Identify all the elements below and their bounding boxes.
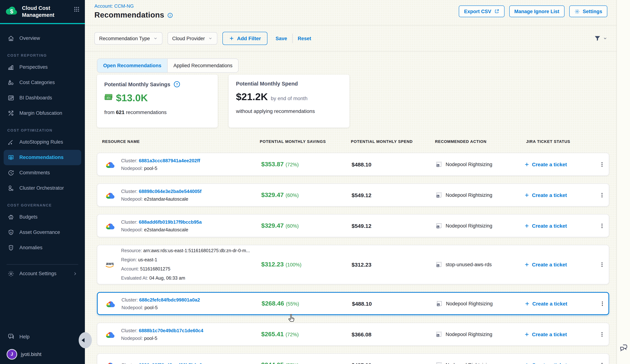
svg-text:$: $ xyxy=(108,97,109,99)
kebab-menu-icon[interactable] xyxy=(599,192,605,198)
page-header-left: Account: CCM-NG Recommendations xyxy=(94,0,173,25)
support-chat-icon[interactable] xyxy=(619,343,628,352)
recommended-action-cell: Nodepool Rightsizing xyxy=(436,362,492,364)
table-row[interactable]: awsResource: arn:aws:rds:us-east-1:51161… xyxy=(97,245,609,284)
svg-text:?: ? xyxy=(10,335,11,337)
table-row[interactable]: Cluster: 6881a3ccc887941a4ee202ffNodepoo… xyxy=(97,153,609,176)
tab-applied-recommendations[interactable]: Applied Recommendations xyxy=(168,59,238,72)
app-grid-icon[interactable] xyxy=(74,6,80,12)
table-row[interactable]: Cluster: 68898c064e3e2ba0e544005fNodepoo… xyxy=(97,183,609,206)
table-row[interactable]: Cluster: 688add6fb019b17f9bccb95aNodepoo… xyxy=(97,214,609,237)
rightsizing-action-icon xyxy=(436,261,442,268)
plus-icon xyxy=(524,162,530,167)
kebab-menu-icon[interactable] xyxy=(599,362,605,364)
sidebar-section-cost-optimization: COST OPTIMIZATION xyxy=(7,128,81,132)
resource-link[interactable]: 6886e92f59a48cad86b5b1c6 xyxy=(139,362,202,364)
funnel-icon xyxy=(594,35,601,42)
clock-icon xyxy=(7,169,15,176)
resource-line-label: Nodepool: xyxy=(121,196,144,201)
kebab-menu-icon[interactable] xyxy=(599,262,605,267)
sidebar-item-cost-categories[interactable]: Cost Categories xyxy=(4,75,81,90)
sidebar-item-help[interactable]: ? Help xyxy=(4,329,81,344)
potential-monthly-spend-cell: $549.12 xyxy=(352,192,371,198)
reset-filter-link[interactable]: Reset xyxy=(298,36,311,41)
sidebar: $ Cloud Cost Management OverviewCOST REP… xyxy=(0,0,85,364)
kebab-menu-icon[interactable] xyxy=(599,223,605,228)
export-csv-button[interactable]: Export CSV xyxy=(459,5,504,17)
svg-text:$: $ xyxy=(10,216,12,218)
question-circle-icon[interactable]: ? xyxy=(174,81,180,88)
cloud-provider-dropdown[interactable]: Cloud Provider xyxy=(168,32,217,45)
avatar[interactable]: J xyxy=(7,350,16,359)
info-icon[interactable] xyxy=(167,12,173,18)
kebab-menu-icon[interactable] xyxy=(599,332,605,337)
potential-spend-card: Potential Monthly Spend $21.2K by end of… xyxy=(229,75,350,128)
user-row[interactable]: J jyoti.bisht xyxy=(4,349,81,360)
gcp-logo-icon xyxy=(105,221,116,230)
create-ticket-button[interactable]: Create a ticket xyxy=(524,362,567,364)
save-filter-link[interactable]: Save xyxy=(276,36,287,41)
sidebar-item-commitments[interactable]: Commitments xyxy=(4,165,81,180)
sidebar-item-recommendations[interactable]: Recommendations xyxy=(4,150,81,165)
potential-monthly-savings-cell: $312.23(100%) xyxy=(261,261,302,268)
create-ticket-button[interactable]: Create a ticket xyxy=(525,301,567,306)
filter-panel-toggle[interactable] xyxy=(594,35,607,42)
recommendation-type-dropdown[interactable]: Recommendation Type xyxy=(94,32,162,45)
sidebar-item-bi-dashboards[interactable]: BI Dashboards xyxy=(4,90,81,105)
sidebar-item-perspectives[interactable]: Perspectives xyxy=(4,59,81,75)
resource-link[interactable]: 688add6fb019b17f9bccb95a xyxy=(139,219,202,225)
resource-line: Region: us-east-1 xyxy=(121,255,250,265)
resource-link[interactable]: 6881a3ccc887941a4ee202ff xyxy=(139,158,200,163)
filter-bar: Recommendation Type Cloud Provider Add F… xyxy=(85,25,617,51)
sidebar-item-asset-governance[interactable]: $Asset Governance xyxy=(4,225,81,240)
page-title: Recommendations xyxy=(94,10,164,19)
resource-line-label: Cluster: xyxy=(121,188,139,194)
resource-link[interactable]: 6888b1c70e49db17c1de60c4 xyxy=(139,328,204,333)
sidebar-item-account-settings[interactable]: Account Settings xyxy=(4,266,81,281)
settings-button[interactable]: Settings xyxy=(569,5,607,17)
sidebar-item-cluster-orchestrator[interactable]: Cluster Orchestrator xyxy=(4,180,81,196)
kebab-menu-icon[interactable] xyxy=(599,162,605,167)
sidebar-section-cost-governance: COST GOVERNANCE xyxy=(7,203,81,207)
resource-value: e2standar4autoscale xyxy=(144,227,188,232)
plus-icon xyxy=(524,223,530,228)
sidebar-item-overview[interactable]: Overview xyxy=(4,30,81,46)
spend-qualifier: by end of month xyxy=(271,95,308,101)
dashboard-icon xyxy=(7,94,15,101)
sidebar-item-margin-obfuscation[interactable]: Margin Obfuscation xyxy=(4,105,81,121)
sidebar-item-label: Anomalies xyxy=(20,245,42,250)
create-ticket-button[interactable]: Create a ticket xyxy=(524,331,567,337)
gcp-logo-icon xyxy=(105,160,116,169)
recommended-action-cell: Nodepool Rightsizing xyxy=(436,331,492,337)
sidebar-item-budgets[interactable]: $Budgets xyxy=(4,209,81,225)
tab-open-recommendations[interactable]: Open Recommendations xyxy=(97,59,168,72)
table-row[interactable]: Cluster: 6888b1c70e49db17c1de60c4Nodepoo… xyxy=(97,323,609,346)
resource-line: Cluster: 688c2fefc84fbdc99801a0a2 xyxy=(122,296,200,304)
table-row[interactable]: Cluster: 688c2fefc84fbdc99801a0a2Nodepoo… xyxy=(97,292,609,315)
manage-ignore-list-button[interactable]: Manage Ignore List xyxy=(509,5,564,17)
resource-link[interactable]: 68898c064e3e2ba0e544005f xyxy=(139,188,202,194)
table-row[interactable]: Cluster: 6886e92f59a48cad86b5b1c6$244.05… xyxy=(97,354,609,364)
potential-monthly-savings-cell: $353.87(72%) xyxy=(261,161,299,168)
gcp-logo-icon xyxy=(105,360,116,364)
resource-line-label: Nodepool: xyxy=(121,165,144,171)
create-ticket-button[interactable]: Create a ticket xyxy=(524,161,567,167)
create-ticket-label: Create a ticket xyxy=(532,331,567,337)
sidebar-collapse-handle[interactable] xyxy=(79,332,92,348)
kebab-menu-icon[interactable] xyxy=(600,301,605,306)
breadcrumb[interactable]: Account: CCM-NG xyxy=(94,0,173,9)
resource-value: arn:aws:rds:us-east-1:511616801275:db:zn… xyxy=(143,248,250,253)
recommended-action-cell: Nodepool Rightsizing xyxy=(436,161,492,167)
column-potential-monthly-savings: POTENTIAL MONTHLY SAVINGS xyxy=(260,139,326,144)
column-jira-ticket-status: JIRA TICKET STATUS xyxy=(526,139,570,144)
create-ticket-button[interactable]: Create a ticket xyxy=(524,223,567,229)
create-ticket-button[interactable]: Create a ticket xyxy=(524,262,567,268)
add-filter-button[interactable]: Add Filter xyxy=(222,32,268,45)
sidebar-item-autostopping-rules[interactable]: AutoStopping Rules xyxy=(4,134,81,150)
resource-line: Cluster: 688add6fb019b17f9bccb95a xyxy=(121,218,202,226)
resource-details: Resource: arn:aws:rds:us-east-1:51161680… xyxy=(121,246,250,283)
resource-link[interactable]: 688c2fefc84fbdc99801a0a2 xyxy=(139,297,200,302)
create-ticket-button[interactable]: Create a ticket xyxy=(524,192,567,198)
rightsizing-action-icon xyxy=(436,362,442,364)
sidebar-item-anomalies[interactable]: Anomalies xyxy=(4,240,81,255)
